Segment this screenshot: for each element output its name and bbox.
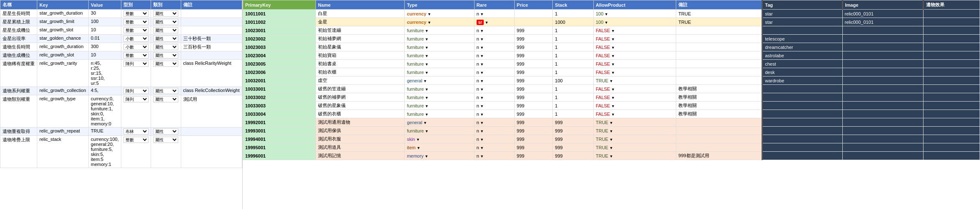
item-rare[interactable]: n ▼ [474,60,514,68]
item-rare[interactable]: n ▼ [474,93,514,102]
item-effect [923,102,980,110]
item-effect [923,18,980,26]
item-rare[interactable]: n ▼ [474,152,514,160]
item-type[interactable]: furniture ▼ [405,102,474,110]
item-type[interactable]: memory ▼ [405,152,474,160]
type-select[interactable]: 整數小數布林陣列字串 [123,61,149,67]
cat-select[interactable]: 屬性設定 [153,52,178,59]
item-rare[interactable]: n ▼ [474,110,514,118]
cat-select[interactable]: 屬性設定 [153,36,178,42]
item-allow-product[interactable]: FALSE ▼ [593,60,676,68]
item-image [842,51,923,60]
col-header-right-1: Name [316,0,405,10]
item-rare[interactable]: n ▼ [474,143,514,152]
item-allow-product[interactable]: FALSE ▼ [593,26,676,35]
item-allow-product[interactable]: FALSE ▼ [593,35,676,43]
type-select[interactable]: 整數小數布林陣列字串 [123,96,149,102]
cat-select[interactable]: 屬性設定 [153,96,178,102]
primary-key: 10033003 [243,102,316,110]
item-image [842,152,923,160]
item-note: TRUE [676,18,762,26]
type-select[interactable]: 整數小數布林陣列字串 [123,10,149,17]
item-type[interactable]: furniture ▼ [405,26,474,35]
col-header-key: Key [37,0,89,10]
item-allow-product[interactable]: FALSE ▼ [593,43,676,51]
item-rare[interactable]: n ▼ [474,51,514,60]
item-type[interactable]: general ▼ [405,76,474,85]
item-price: 999 [514,51,552,60]
type-select[interactable]: 整數小數布林陣列字串 [123,27,149,33]
item-type[interactable]: currency ▼ [405,10,474,18]
item-type[interactable]: furniture ▼ [405,127,474,135]
item-allow-product[interactable]: TRUE ▼ [593,152,676,160]
type-select[interactable]: 整數小數布林陣列字串 [123,44,149,50]
left-table: 名稱 Key Value 型別 類別 備註 星星生長時間star_growth_… [0,0,242,168]
item-rare[interactable]: n ▼ [474,76,514,85]
item-allow-product[interactable]: FALSE ▼ [593,110,676,118]
item-rare[interactable]: n ▼ [474,35,514,43]
cat-select[interactable]: 屬性設定 [153,88,178,94]
item-rare[interactable]: sr ▼ [474,18,514,26]
type-select[interactable]: 整數小數布林陣列字串 [123,137,149,143]
item-effect [923,110,980,118]
cat-select[interactable]: 屬性設定 [153,61,178,67]
item-note: 教學相關 [676,93,762,102]
item-rare[interactable]: n ▼ [474,10,514,18]
item-rare[interactable]: n ▼ [474,68,514,76]
item-type[interactable]: furniture ▼ [405,93,474,102]
item-allow-product[interactable]: TRUE ▼ [593,76,676,85]
item-allow-product[interactable]: FALSE ▼ [593,85,676,93]
cat-select[interactable]: 屬性設定 [153,19,178,25]
item-allow-product[interactable]: FALSE ▼ [593,68,676,76]
item-allow-product[interactable]: TRUE ▼ [593,118,676,127]
item-stack: 999 [553,135,593,143]
item-rare[interactable]: n ▼ [474,26,514,35]
item-type[interactable]: skin ▼ [405,135,474,143]
type-select[interactable]: 整數小數布林陣列字串 [123,19,149,25]
type-select[interactable]: 整數小數布林陣列字串 [123,36,149,42]
cat-select[interactable]: 屬性設定 [153,10,178,17]
item-type[interactable]: general ▼ [405,118,474,127]
primary-key: 10011002 [243,18,316,26]
item-tag: desk [762,68,842,76]
item-note [676,51,762,60]
item-allow-product[interactable]: FALSE ▼ [593,93,676,102]
type-select[interactable]: 整數小數布林陣列字串 [123,52,149,59]
item-type[interactable]: furniture ▼ [405,51,474,60]
cat-select[interactable]: 屬性設定 [153,128,178,135]
item-type[interactable]: furniture ▼ [405,85,474,93]
item-allow-product[interactable]: FALSE ▼ [593,51,676,60]
item-type[interactable]: furniture ▼ [405,35,474,43]
item-image [842,60,923,68]
cat-select[interactable]: 屬性設定 [153,44,178,50]
item-type[interactable]: item ▼ [405,143,474,152]
item-type[interactable]: furniture ▼ [405,68,474,76]
item-image: relic000_0101 [842,18,923,26]
item-type[interactable]: currency ▼ [405,18,474,26]
item-image [842,26,923,35]
col-header-name: 名稱 [0,0,37,10]
item-allow-product[interactable]: 100 ▼ [593,18,676,26]
item-allow-product[interactable]: TRUE ▼ [593,135,676,143]
item-rare[interactable]: n ▼ [474,85,514,93]
item-allow-product[interactable]: 100 ▼ [593,10,676,18]
item-type[interactable]: furniture ▼ [405,43,474,51]
cat-select[interactable]: 屬性設定 [153,27,178,33]
item-type[interactable]: furniture ▼ [405,60,474,68]
type-select[interactable]: 整數小數布林陣列字串 [123,88,149,94]
item-allow-product[interactable]: FALSE ▼ [593,102,676,110]
cat-select[interactable]: 屬性設定 [153,137,178,143]
item-rare[interactable]: n ▼ [474,43,514,51]
item-stack: 1 [553,68,593,76]
item-name: 測試用道具 [316,143,405,152]
item-allow-product[interactable]: TRUE ▼ [593,143,676,152]
item-note [676,60,762,68]
item-rare[interactable]: n ▼ [474,118,514,127]
item-rare[interactable]: n ▼ [474,102,514,110]
col-header-right-2: Type [405,0,474,10]
item-rare[interactable]: n ▼ [474,127,514,135]
item-allow-product[interactable]: TRUE ▼ [593,127,676,135]
type-select[interactable]: 整數小數布林陣列字串 [123,128,149,135]
item-rare[interactable]: n ▼ [474,135,514,143]
item-type[interactable]: furniture ▼ [405,110,474,118]
